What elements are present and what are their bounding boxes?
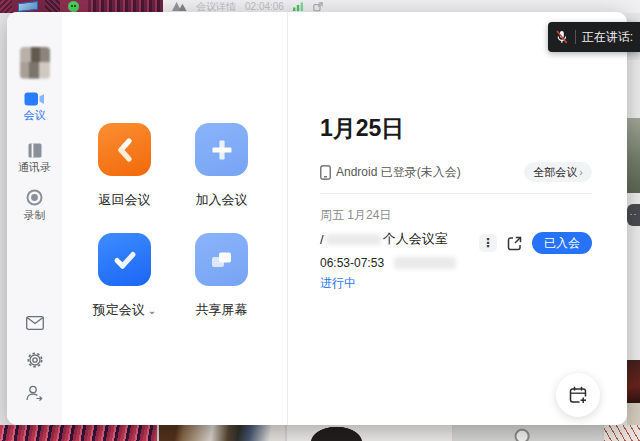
action-label: 预定会议⌄: [93, 301, 156, 319]
section-date: 周五 1月24日: [320, 207, 391, 224]
action-label: 返回会议: [99, 191, 151, 209]
video-tile: [627, 118, 640, 193]
popout-icon[interactable]: [313, 2, 323, 12]
device-status-row: Android 已登录(未入会) 全部会议 ›: [320, 161, 592, 183]
action-schedule-meeting[interactable]: 预定会议⌄: [98, 233, 151, 286]
action-label: 共享屏幕: [196, 301, 248, 319]
plus-icon: [209, 137, 235, 163]
action-label: 加入会议: [196, 191, 248, 209]
meeting-time: 06:53-07:53: [320, 256, 384, 270]
schedule-meeting-tile: [98, 233, 151, 286]
phone-icon: [320, 165, 331, 180]
video-thumb: [0, 0, 12, 13]
meeting-status: 进行中: [320, 275, 356, 292]
screen-share-icon: [18, 1, 38, 12]
actions-panel: 返回会议 加入会议 预定会议⌄: [62, 12, 288, 425]
app-logo-icon: [172, 2, 187, 11]
chevron-right-icon: ›: [579, 166, 583, 178]
meeting-item[interactable]: / 个人会议室 ⋮ 已入会 06:53-07:53: [320, 229, 592, 291]
more-button[interactable]: ⋮: [479, 234, 497, 252]
redacted-title: [326, 234, 381, 245]
strip-dots: ··: [630, 209, 638, 219]
action-join-meeting[interactable]: 加入会议: [195, 123, 248, 176]
date-title: 1月25日: [320, 113, 404, 144]
device-status-text: Android 已登录(未入会): [336, 164, 461, 181]
video-strip-bottom: [0, 425, 640, 441]
video-strip-right: ··: [627, 13, 640, 425]
record-icon: [26, 189, 43, 206]
gear-icon: [26, 351, 44, 369]
sidebar-item-label: 录制: [7, 208, 62, 223]
screens-icon: [208, 247, 235, 273]
speaking-badge[interactable]: 正在讲话:: [548, 22, 640, 52]
check-icon: [111, 246, 139, 274]
action-share-screen[interactable]: 共享屏幕: [195, 233, 248, 286]
user-avatar[interactable]: [20, 47, 50, 79]
meeting-title-prefix: /: [320, 232, 324, 247]
envelope-icon: [26, 316, 44, 330]
contacts-book-icon: [27, 143, 43, 158]
calendar-plus-icon: [568, 385, 588, 405]
meeting-title-suffix: 个人会议室: [383, 230, 448, 248]
screen: 会议详情 02:04:06 ··: [0, 0, 640, 441]
sidebar: 会议 通讯录 录制: [7, 12, 62, 425]
sidebar-item-recording[interactable]: 录制: [7, 189, 62, 223]
right-panel: 1月25日 Android 已登录(未入会) 全部会议 › 周五 1月24日: [288, 12, 627, 425]
badge-divider: [575, 30, 576, 44]
person-switch-icon: [25, 384, 44, 403]
video-tile: [454, 425, 602, 441]
joined-button[interactable]: 已入会: [532, 232, 592, 254]
account-switch-button[interactable]: [7, 384, 62, 403]
meeting-controls: ⋮ 已入会: [479, 232, 592, 254]
meeting-title: / 个人会议室: [320, 230, 448, 248]
sidebar-item-label: 通讯录: [7, 160, 62, 175]
redacted-meeting-id: [394, 257, 456, 269]
video-camera-icon: [24, 92, 45, 106]
video-tile: [287, 425, 452, 441]
device-status: Android 已登录(未入会): [320, 164, 524, 181]
sidebar-item-contacts[interactable]: 通讯录: [7, 143, 62, 175]
schedule-fab[interactable]: [556, 373, 600, 417]
video-tile: [627, 360, 640, 403]
speaking-label: 正在讲话:: [582, 29, 633, 46]
open-window-button[interactable]: [506, 235, 523, 252]
main-window: 会议 通讯录 录制: [7, 12, 627, 425]
mic-muted-icon: [555, 29, 569, 45]
chevron-left-icon: [112, 137, 138, 163]
strip-toggle-button[interactable]: ··: [627, 204, 640, 226]
all-meetings-label: 全部会议: [533, 165, 577, 180]
sidebar-item-label: 会议: [7, 108, 62, 123]
more-icon: ⋮: [482, 236, 494, 250]
action-return-meeting[interactable]: 返回会议: [98, 123, 151, 176]
mail-button[interactable]: [7, 316, 62, 330]
network-signal-icon: [293, 2, 304, 11]
return-meeting-tile: [98, 123, 151, 176]
green-app-icon: [68, 1, 79, 12]
joined-label: 已入会: [544, 235, 580, 252]
video-tile: [604, 425, 640, 441]
all-meetings-button[interactable]: 全部会议 ›: [524, 162, 592, 182]
settings-button[interactable]: [7, 351, 62, 369]
list-divider: [320, 193, 592, 194]
action-label-text: 预定会议: [93, 302, 145, 317]
meeting-time-row: 06:53-07:53: [320, 256, 456, 270]
video-tile: [159, 425, 285, 441]
join-meeting-tile: [195, 123, 248, 176]
sidebar-item-meeting[interactable]: 会议: [7, 92, 62, 123]
video-tile: [627, 403, 640, 425]
video-tile: [0, 425, 157, 441]
chevron-down-icon: ⌄: [148, 305, 156, 316]
share-screen-tile: [195, 233, 248, 286]
